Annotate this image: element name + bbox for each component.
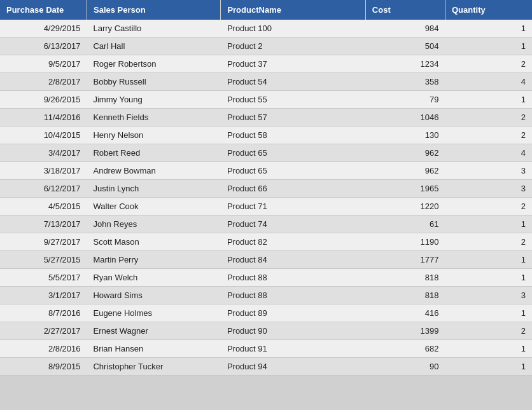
cell-cost: 1220 <box>365 198 445 215</box>
cell-cost: 416 <box>365 304 445 322</box>
cell-product-name: Product 84 <box>221 251 365 269</box>
cell-product-name: Product 90 <box>221 322 365 340</box>
cell-cost: 1046 <box>365 109 445 126</box>
table-row: 3/4/2017Robert ReedProduct 659624 <box>0 144 532 162</box>
table-row: 4/5/2015Walter CookProduct 7112202 <box>0 198 532 215</box>
data-table: Purchase Date Sales Person ProductName C… <box>0 0 532 376</box>
cell-date: 5/5/2017 <box>0 269 87 287</box>
cell-sales-person: Carl Hall <box>87 38 220 55</box>
cell-quantity: 1 <box>445 358 532 376</box>
cell-product-name: Product 82 <box>221 233 365 251</box>
cell-date: 3/4/2017 <box>0 144 87 162</box>
cell-product-name: Product 100 <box>221 20 365 38</box>
cell-cost: 79 <box>365 91 445 109</box>
cell-cost: 682 <box>365 340 445 358</box>
cell-date: 8/7/2016 <box>0 304 87 322</box>
cell-cost: 962 <box>365 162 445 180</box>
cell-cost: 358 <box>365 73 445 91</box>
cell-product-name: Product 88 <box>221 287 365 304</box>
cell-sales-person: Martin Perry <box>87 251 220 269</box>
cell-date: 3/18/2017 <box>0 162 87 180</box>
main-table-container: Purchase Date Sales Person ProductName C… <box>0 0 532 376</box>
cell-date: 11/4/2016 <box>0 109 87 126</box>
cell-quantity: 1 <box>445 215 532 233</box>
cell-quantity: 3 <box>445 287 532 304</box>
cell-sales-person: John Reyes <box>87 215 220 233</box>
table-row: 7/13/2017John ReyesProduct 74611 <box>0 215 532 233</box>
cell-product-name: Product 57 <box>221 109 365 126</box>
cell-quantity: 2 <box>445 126 532 144</box>
cell-product-name: Product 71 <box>221 198 365 215</box>
cell-date: 4/5/2015 <box>0 198 87 215</box>
cell-sales-person: Brian Hansen <box>87 340 220 358</box>
cell-product-name: Product 54 <box>221 73 365 91</box>
cell-sales-person: Andrew Bowman <box>87 162 220 180</box>
cell-quantity: 1 <box>445 20 532 38</box>
table-row: 11/4/2016Kenneth FieldsProduct 5710462 <box>0 109 532 126</box>
cell-date: 6/13/2017 <box>0 38 87 55</box>
header-quantity: Quantity <box>445 0 532 20</box>
cell-date: 2/27/2017 <box>0 322 87 340</box>
cell-date: 4/29/2015 <box>0 20 87 38</box>
cell-cost: 962 <box>365 144 445 162</box>
cell-cost: 818 <box>365 269 445 287</box>
table-row: 10/4/2015Henry NelsonProduct 581302 <box>0 126 532 144</box>
cell-quantity: 3 <box>445 162 532 180</box>
table-row: 6/13/2017Carl HallProduct 25041 <box>0 38 532 55</box>
table-header-row: Purchase Date Sales Person ProductName C… <box>0 0 532 20</box>
cell-sales-person: Howard Sims <box>87 287 220 304</box>
cell-date: 3/1/2017 <box>0 287 87 304</box>
table-row: 5/27/2015Martin PerryProduct 8417771 <box>0 251 532 269</box>
cell-product-name: Product 65 <box>221 162 365 180</box>
cell-cost: 1234 <box>365 55 445 73</box>
cell-quantity: 1 <box>445 91 532 109</box>
cell-sales-person: Larry Castillo <box>87 20 220 38</box>
cell-sales-person: Walter Cook <box>87 198 220 215</box>
cell-cost: 1399 <box>365 322 445 340</box>
cell-cost: 90 <box>365 358 445 376</box>
table-row: 4/29/2015Larry CastilloProduct 1009841 <box>0 20 532 38</box>
table-row: 2/27/2017Ernest WagnerProduct 9013992 <box>0 322 532 340</box>
table-row: 3/1/2017Howard SimsProduct 888183 <box>0 287 532 304</box>
cell-cost: 1777 <box>365 251 445 269</box>
cell-date: 2/8/2017 <box>0 73 87 91</box>
cell-sales-person: Jimmy Young <box>87 91 220 109</box>
cell-product-name: Product 2 <box>221 38 365 55</box>
cell-product-name: Product 91 <box>221 340 365 358</box>
cell-quantity: 1 <box>445 38 532 55</box>
cell-sales-person: Eugene Holmes <box>87 304 220 322</box>
table-row: 9/26/2015Jimmy YoungProduct 55791 <box>0 91 532 109</box>
table-row: 8/9/2015Christopher TuckerProduct 94901 <box>0 358 532 376</box>
cell-cost: 1965 <box>365 180 445 198</box>
cell-date: 10/4/2015 <box>0 126 87 144</box>
header-sales-person: Sales Person <box>87 0 220 20</box>
header-purchase-date: Purchase Date <box>0 0 87 20</box>
table-row: 9/5/2017Roger RobertsonProduct 3712342 <box>0 55 532 73</box>
cell-product-name: Product 58 <box>221 126 365 144</box>
cell-quantity: 1 <box>445 340 532 358</box>
cell-date: 7/13/2017 <box>0 215 87 233</box>
cell-date: 9/26/2015 <box>0 91 87 109</box>
cell-quantity: 2 <box>445 55 532 73</box>
cell-quantity: 4 <box>445 73 532 91</box>
cell-date: 9/27/2017 <box>0 233 87 251</box>
cell-quantity: 4 <box>445 144 532 162</box>
cell-sales-person: Justin Lynch <box>87 180 220 198</box>
cell-sales-person: Robert Reed <box>87 144 220 162</box>
cell-date: 2/8/2016 <box>0 340 87 358</box>
cell-quantity: 2 <box>445 322 532 340</box>
table-row: 5/5/2017Ryan WelchProduct 888181 <box>0 269 532 287</box>
cell-sales-person: Christopher Tucker <box>87 358 220 376</box>
cell-product-name: Product 94 <box>221 358 365 376</box>
cell-quantity: 2 <box>445 109 532 126</box>
cell-date: 8/9/2015 <box>0 358 87 376</box>
table-row: 9/27/2017Scott MasonProduct 8211902 <box>0 233 532 251</box>
cell-sales-person: Henry Nelson <box>87 126 220 144</box>
cell-cost: 818 <box>365 287 445 304</box>
cell-product-name: Product 37 <box>221 55 365 73</box>
cell-product-name: Product 88 <box>221 269 365 287</box>
cell-date: 9/5/2017 <box>0 55 87 73</box>
cell-cost: 61 <box>365 215 445 233</box>
cell-cost: 1190 <box>365 233 445 251</box>
table-row: 2/8/2016Brian HansenProduct 916821 <box>0 340 532 358</box>
